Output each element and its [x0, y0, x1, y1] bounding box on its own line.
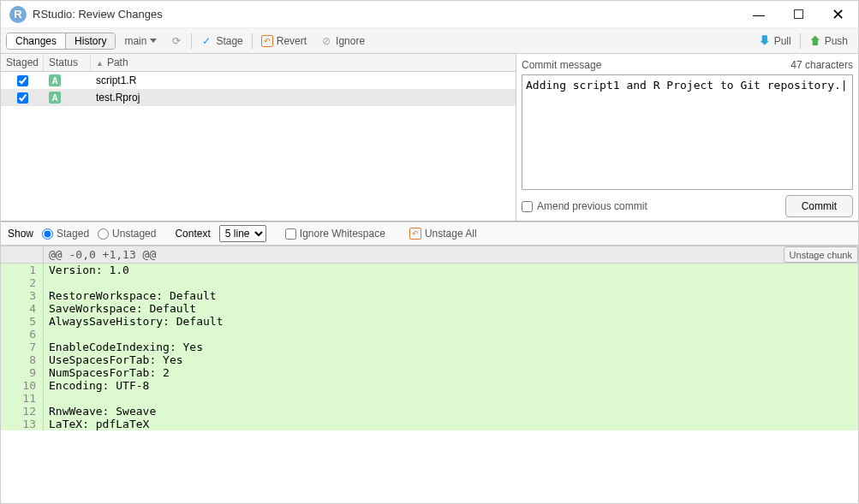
diff-line[interactable]: 3RestoreWorkspace: Default: [1, 289, 858, 302]
check-icon: ✓: [200, 35, 212, 47]
diff-line[interactable]: 6: [1, 328, 858, 341]
revert-icon: ↶: [261, 35, 273, 47]
line-content: SaveWorkspace: Default: [44, 302, 196, 315]
sort-asc-icon: ▲: [96, 59, 104, 68]
line-content: NumSpacesForTab: 2: [44, 366, 170, 379]
files-header: Staged Status ▲Path: [1, 54, 516, 72]
amend-checkbox[interactable]: [522, 201, 533, 212]
status-badge: A: [49, 92, 61, 104]
push-button[interactable]: 🡅 Push: [804, 33, 853, 50]
header-status[interactable]: Status: [44, 54, 91, 71]
line-number: 9: [1, 366, 44, 379]
line-number: 3: [1, 289, 44, 302]
header-staged[interactable]: Staged: [1, 54, 44, 71]
diff-line[interactable]: 4SaveWorkspace: Default: [1, 302, 858, 315]
refresh-button[interactable]: ⟳: [165, 33, 188, 49]
titlebar: R RStudio: Review Changes — ✕: [1, 1, 858, 28]
line-number: 11: [1, 392, 44, 405]
file-row[interactable]: Ascript1.R: [1, 72, 516, 89]
line-content: RestoreWorkspace: Default: [44, 289, 217, 302]
line-number: 6: [1, 328, 44, 341]
show-label: Show: [8, 228, 33, 240]
stage-checkbox[interactable]: [17, 92, 28, 104]
diff-line[interactable]: 8UseSpacesForTab: Yes: [1, 353, 858, 366]
diff-line[interactable]: 9NumSpacesForTab: 2: [1, 366, 858, 379]
branch-name: main: [124, 35, 146, 47]
commit-pane: Commit message 47 characters Amend previ…: [516, 54, 858, 221]
maximize-button[interactable]: [786, 6, 810, 23]
line-content: [44, 392, 49, 405]
line-number: 5: [1, 315, 44, 328]
unstage-chunk-button[interactable]: Unstage chunk: [784, 246, 858, 263]
line-content: AlwaysSaveHistory: Default: [44, 315, 224, 328]
ignore-icon: ⊘: [320, 35, 332, 47]
pull-arrow-icon: 🡇: [759, 34, 771, 48]
diff-line[interactable]: 2: [1, 276, 858, 289]
stage-button[interactable]: ✓ Stage: [195, 33, 248, 49]
file-row[interactable]: Atest.Rproj: [1, 89, 516, 106]
files-pane: Staged Status ▲Path Ascript1.RAtest.Rpro…: [1, 54, 516, 221]
line-content: [44, 328, 49, 341]
line-number: 4: [1, 302, 44, 315]
diff-line[interactable]: 10Encoding: UTF-8: [1, 379, 858, 392]
diff-line[interactable]: 11: [1, 392, 858, 405]
line-number: 12: [1, 405, 44, 418]
pull-button[interactable]: 🡇 Pull: [754, 33, 796, 50]
line-content: [44, 276, 49, 289]
show-staged-radio[interactable]: Staged: [42, 228, 89, 240]
line-number: 10: [1, 379, 44, 392]
file-path: test.Rproj: [91, 92, 516, 104]
hunk-header: @@ -0,0 +1,13 @@ Unstage chunk: [1, 246, 858, 264]
show-unstaged-radio[interactable]: Unstaged: [98, 228, 156, 240]
ignore-whitespace-checkbox[interactable]: Ignore Whitespace: [285, 228, 385, 240]
amend-checkbox-label[interactable]: Amend previous commit: [522, 200, 647, 212]
diff-line[interactable]: 1Version: 1.0: [1, 264, 858, 276]
commit-message-input[interactable]: [522, 74, 853, 190]
header-path[interactable]: ▲Path: [91, 54, 516, 71]
line-number: 2: [1, 276, 44, 289]
changes-history-tabs: Changes History: [6, 33, 116, 50]
line-content: UseSpacesForTab: Yes: [44, 353, 183, 366]
commit-message-label: Commit message: [522, 59, 601, 71]
chevron-down-icon: [150, 39, 157, 43]
diff-line[interactable]: 12RnwWeave: Sweave: [1, 405, 858, 418]
push-arrow-icon: 🡅: [809, 34, 821, 48]
line-number: 13: [1, 418, 44, 430]
unstage-icon: ↶: [409, 228, 421, 240]
tab-changes[interactable]: Changes: [7, 33, 66, 49]
minimize-button[interactable]: —: [747, 6, 771, 23]
line-content: RnwWeave: Sweave: [44, 405, 156, 418]
line-number: 8: [1, 353, 44, 366]
line-number: 7: [1, 341, 44, 353]
file-path: script1.R: [91, 74, 516, 86]
status-badge: A: [49, 74, 61, 86]
toolbar: Changes History main ⟳ ✓ Stage ↶ Revert …: [1, 28, 858, 54]
line-content: Version: 1.0: [44, 264, 129, 276]
rstudio-app-icon: R: [9, 6, 27, 23]
branch-select[interactable]: main: [119, 33, 162, 49]
line-content: LaTeX: pdfLaTeX: [44, 418, 149, 430]
commit-char-count: 47 characters: [790, 59, 853, 71]
revert-button[interactable]: ↶ Revert: [256, 33, 312, 49]
diff-view[interactable]: @@ -0,0 +1,13 @@ Unstage chunk 1Version:…: [1, 246, 858, 503]
commit-button[interactable]: Commit: [785, 195, 853, 217]
refresh-icon: ⟳: [170, 35, 182, 47]
unstage-all-button[interactable]: ↶ Unstage All: [404, 226, 482, 241]
diff-line[interactable]: 5AlwaysSaveHistory: Default: [1, 315, 858, 328]
hunk-header-text: @@ -0,0 +1,13 @@: [44, 246, 784, 263]
stage-checkbox[interactable]: [17, 75, 28, 86]
context-label: Context: [175, 228, 210, 240]
ignore-button[interactable]: ⊘ Ignore: [315, 33, 370, 49]
close-button[interactable]: ✕: [826, 6, 850, 23]
context-select[interactable]: 5 line: [219, 225, 266, 242]
diff-line[interactable]: 13LaTeX: pdfLaTeX: [1, 418, 858, 430]
window-title: RStudio: Review Changes: [33, 8, 747, 21]
tab-history[interactable]: History: [66, 33, 115, 49]
line-content: EnableCodeIndexing: Yes: [44, 341, 203, 353]
line-content: Encoding: UTF-8: [44, 379, 149, 392]
diff-toolbar: Show Staged Unstaged Context 5 line Igno…: [1, 222, 858, 246]
line-number: 1: [1, 264, 44, 276]
diff-line[interactable]: 7EnableCodeIndexing: Yes: [1, 341, 858, 353]
